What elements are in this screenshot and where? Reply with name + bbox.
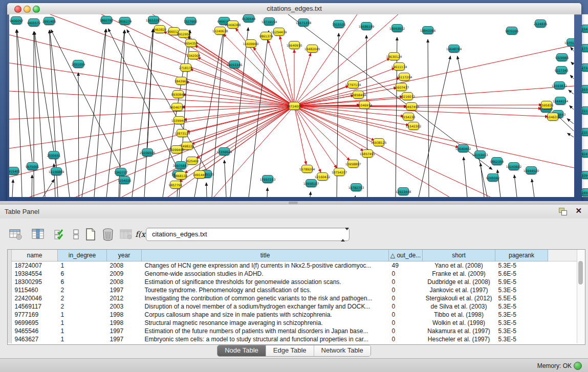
graph-node[interactable]: 8912954 [178,30,189,38]
scrollbar-thumb[interactable] [578,261,583,285]
memory-status-indicator[interactable] [574,362,582,370]
graph-node[interactable]: 18093912 [391,24,403,32]
graph-node[interactable]: 1527602 [185,17,196,25]
table-row[interactable]: 1830029562008Estimation of significance … [12,278,578,286]
column-header-name[interactable]: name [12,250,58,261]
graph-node[interactable]: 11607437 [396,83,407,91]
graph-node[interactable]: 16944520 [526,166,537,174]
graph-node[interactable]: 9227343 [556,66,567,74]
graph-node[interactable]: 1654353 [185,39,197,47]
column-header-in-degree[interactable]: in_degree [58,250,107,261]
graph-node[interactable]: 16099489 [171,145,182,154]
network-window-titlebar[interactable]: citations_edges.txt [7,3,581,15]
graph-node[interactable]: 9861379 [260,32,272,40]
graph-node[interactable]: 16686199 [361,22,372,30]
delete-table-icon[interactable] [100,227,116,242]
new-table-icon[interactable] [83,227,98,242]
float-window-icon[interactable] [558,207,568,215]
graph-node[interactable]: 12240638 [214,27,226,35]
table-row[interactable]: 977716911998Corpus callosum shape and si… [12,311,578,319]
graph-node[interactable]: 16153413 [474,150,486,159]
graph-node[interactable]: 10858494 [353,91,364,99]
column-header-year[interactable]: year [107,250,142,261]
graph-node[interactable]: 20206506 [142,148,153,157]
divider-grip[interactable] [289,202,298,204]
table-row[interactable]: 946554611997Estimation of the future num… [12,327,578,335]
graph-node[interactable]: 9154230 [403,113,414,121]
graph-node[interactable]: 11156869 [51,167,62,176]
graph-node[interactable]: 2030651 [48,151,59,159]
graph-node[interactable]: 16782753 [351,183,362,191]
graph-node[interactable]: 17797114 [347,80,359,89]
graph-node[interactable]: 9575001 [27,162,38,170]
graph-node[interactable]: 1342737 [115,168,126,176]
graph-node[interactable]: 10399404 [173,116,185,124]
graph-node[interactable]: 11542302 [408,122,419,130]
graph-node[interactable]: 1491447 [194,170,205,179]
graph-node[interactable]: 1595836 [541,101,552,109]
graph-node[interactable]: 17359928 [219,147,230,156]
graph-node[interactable]: 2342004 [188,51,199,59]
graph-node[interactable]: 16648784 [448,45,460,53]
table-row[interactable]: 1456911722003Disruption of a novel membe… [12,302,578,311]
graph-node[interactable]: 18843366 [422,26,433,34]
close-icon[interactable]: ✕ [575,206,582,215]
graph-node[interactable]: 16117204 [399,73,410,81]
table-selector-dropdown[interactable]: citations_edges.txt [146,228,350,241]
graph-node[interactable]: 10640402 [458,144,469,152]
graph-node[interactable]: 2718176 [180,63,191,72]
column-header-out-de-[interactable]: △ out_de... [389,250,423,261]
column-header-short[interactable]: short [423,250,495,261]
graph-node[interactable]: 10467494 [406,102,417,111]
graph-node[interactable]: 2051059 [73,60,84,68]
graph-node[interactable]: 1843962 [176,77,187,85]
graph-node[interactable]: 17957253 [262,175,273,183]
graph-node[interactable]: 9806274 [119,17,130,25]
graph-node[interactable]: 8930842 [172,90,184,98]
vertical-scrollbar[interactable] [577,250,585,343]
graph-node[interactable]: 10653287 [148,16,159,24]
row-height-icon[interactable] [69,227,84,242]
graph-node[interactable]: 12873124 [177,129,188,137]
graph-node[interactable]: 15857491 [362,149,373,158]
graph-node[interactable]: 11046914 [359,101,370,109]
table-row[interactable]: 1938455462009Genome-wide association stu… [12,270,578,278]
graph-node[interactable]: 18724007 [289,102,300,110]
graph-node[interactable]: 12093832 [554,81,565,90]
graph-node[interactable]: 3915401 [9,167,19,175]
network-canvas[interactable]: 9406057940557226914061860792980627410653… [9,14,574,197]
graph-node[interactable]: 12160432 [317,172,328,181]
graph-node[interactable]: 12444154 [555,97,566,105]
graph-node[interactable]: 1860792 [101,16,112,24]
graph-node[interactable]: 7625402 [186,157,198,165]
graph-node[interactable]: 22406388 [227,20,238,29]
graph-node[interactable]: 16046756 [171,103,183,111]
graph-node[interactable]: 9405572 [28,18,39,27]
graph-node[interactable]: 13216072 [402,92,413,100]
table-row[interactable]: 969969511998Structural magnetic resonanc… [12,319,578,327]
graph-node[interactable]: 18630124 [388,52,400,60]
graph-node[interactable]: 16640910 [289,41,300,49]
graph-node[interactable]: 2691406 [43,17,55,25]
table-row[interactable]: 911546021997Tourette syndrome. Phenomeno… [12,286,578,294]
graph-node[interactable]: 16938125 [373,138,384,146]
column-header-title[interactable]: title [142,250,389,261]
import-table-icon[interactable] [119,227,134,242]
show-columns-icon[interactable] [31,227,46,242]
graph-node[interactable]: 7254026 [119,176,130,184]
graph-node[interactable]: 18754207 [334,168,345,176]
graph-node[interactable]: 7515526 [333,20,344,28]
graph-node[interactable]: 15751074 [567,38,574,47]
graph-node[interactable]: 9245042 [487,173,498,182]
graph-node[interactable]: 12923448 [398,187,409,195]
table-row[interactable]: 946362711997Embryonic stem cells: a mode… [12,335,578,343]
graph-node[interactable]: 9857791 [170,181,181,189]
graph-node[interactable]: 29053346 [229,60,240,69]
graph-node[interactable]: 9406057 [11,16,22,25]
panel-divider[interactable] [0,201,588,205]
graph-node[interactable]: 15482045 [307,45,318,53]
graph-node[interactable]: 2124835 [535,19,546,28]
graph-node[interactable]: 19611174 [394,62,405,71]
graph-node[interactable]: 16671358 [298,18,309,27]
graph-node[interactable]: 7463822 [154,25,165,33]
